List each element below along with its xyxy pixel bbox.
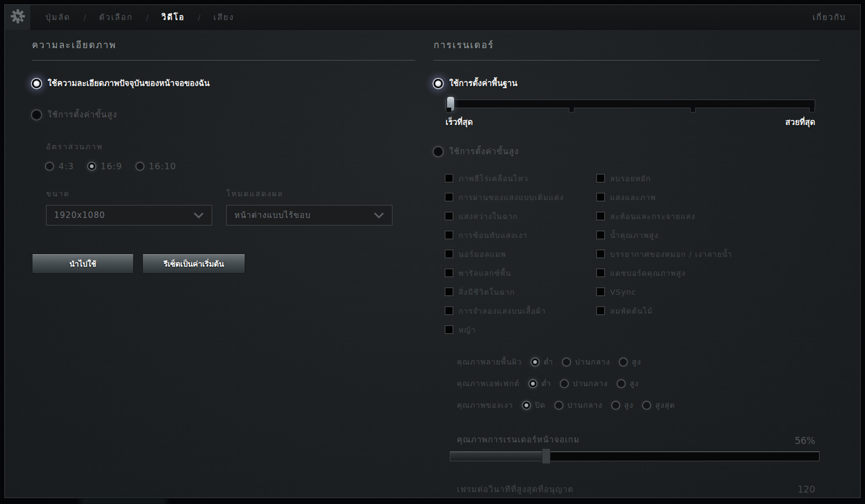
render-quality-slider[interactable] <box>450 452 820 461</box>
radio-unselected-icon[interactable] <box>643 402 650 409</box>
advanced-option-row[interactable]: ลมพัดต้นไม้ <box>596 301 732 320</box>
apply-button[interactable]: นำไปใช้ <box>32 254 134 274</box>
size-dropdown[interactable]: 1920x1080 <box>46 205 212 226</box>
radio-selected-icon[interactable] <box>523 402 530 409</box>
checkbox-unchecked-icon[interactable] <box>444 174 454 183</box>
radio-unselected-icon[interactable] <box>555 402 562 409</box>
advanced-option-row[interactable]: พารัลแลกซ์พื้น <box>444 263 596 282</box>
aspect-option[interactable]: 16:10 <box>136 161 176 171</box>
quality-option[interactable]: ปานกลาง <box>563 356 610 368</box>
quality-option[interactable]: ต่ำ <box>532 356 553 368</box>
advanced-option-row[interactable]: ภาพฮีโร่เคลื่อนไหว <box>444 169 596 188</box>
use-basic-rendering-radio-row[interactable]: ใช้การตั้งค่าพื้นฐาน <box>434 77 820 90</box>
tab-4[interactable]: เสียง <box>213 11 234 24</box>
use-advanced-rendering-radio-row[interactable]: ใช้การตั้งค่าขั้นสูง <box>434 145 820 158</box>
advanced-option-row[interactable]: การซ้อนทับแสงเงา <box>444 226 596 244</box>
radio-unselected-icon[interactable] <box>136 163 143 170</box>
quality-option-label: ปานกลาง <box>573 377 608 389</box>
checkbox-unchecked-icon[interactable] <box>596 174 605 183</box>
checkbox-unchecked-icon[interactable] <box>444 230 454 240</box>
quality-option[interactable]: ต่ำ <box>529 377 551 389</box>
checkbox-unchecked-icon[interactable] <box>596 193 605 202</box>
aspect-option[interactable]: 16:9 <box>88 161 122 171</box>
quality-option[interactable]: ปิด <box>523 399 546 411</box>
advanced-option-row[interactable]: VSync <box>596 282 732 301</box>
render-quality-slider-fill <box>450 452 546 461</box>
max-fps-value: 120 <box>798 484 815 495</box>
checkbox-unchecked-icon[interactable] <box>444 249 454 258</box>
advanced-option-row[interactable]: แสงและภาพ <box>596 188 732 207</box>
checkbox-unchecked-icon[interactable] <box>444 193 454 202</box>
quality-option[interactable]: ปานกลาง <box>561 377 608 389</box>
radio-unselected-icon[interactable] <box>434 147 443 156</box>
display-mode-dropdown[interactable]: หน้าต่างแบบไร้ขอบ <box>226 205 392 226</box>
radio-unselected-icon[interactable] <box>612 402 619 409</box>
reset-defaults-button[interactable]: รีเซ็ตเป็นค่าเริ่มต้น <box>142 254 245 274</box>
checkbox-unchecked-icon[interactable] <box>596 211 605 221</box>
use-advanced-resolution-label: ใช้การตั้งค่าขั้นสูง <box>48 108 117 121</box>
quality-option[interactable]: สูง <box>618 377 639 389</box>
advanced-options-column-1: ภาพฮีโร่เคลื่อนไหวการผ่านของแสงแบบเติมแต… <box>444 169 596 339</box>
quality-option[interactable]: ปานกลาง <box>555 399 602 411</box>
checkbox-unchecked-icon[interactable] <box>596 249 605 258</box>
advanced-option-row[interactable]: แดชบอร์ดคุณภาพสูง <box>596 263 732 282</box>
advanced-option-row[interactable]: นอร์มอลแมพ <box>444 244 596 263</box>
advanced-option-row[interactable]: หญ้า <box>444 320 596 339</box>
quality-row-label: คุณภาพเอฟเฟกต์ <box>457 377 520 389</box>
advanced-option-row[interactable]: การจำลองแสงบนเสื้อผ้า <box>444 301 596 320</box>
radio-unselected-icon[interactable] <box>561 380 568 387</box>
use-current-resolution-radio-row[interactable]: ใช้ความละเอียดภาพปัจจุบันของหน้าจอของฉัน <box>32 77 415 90</box>
radio-unselected-icon[interactable] <box>32 110 41 120</box>
use-advanced-resolution-radio-row[interactable]: ใช้การตั้งค่าขั้นสูง <box>32 108 415 121</box>
aspect-option[interactable]: 4:3 <box>46 161 74 171</box>
advanced-option-row[interactable]: สะท้อนและกระจายแสง <box>596 207 732 226</box>
chevron-down-icon <box>373 210 384 221</box>
quality-option[interactable]: สูง <box>612 399 633 411</box>
checkbox-unchecked-icon[interactable] <box>444 325 454 334</box>
radio-unselected-icon[interactable] <box>46 163 53 170</box>
checkbox-unchecked-icon[interactable] <box>444 211 454 221</box>
advanced-option-row[interactable]: แสงสว่างในฉาก <box>444 207 596 226</box>
top-bar: ปุ่มลัด/ตัวเลือก/วิดีโอ/เสียง เกี่ยวกับ <box>5 5 860 30</box>
radio-selected-icon[interactable] <box>88 163 95 170</box>
resolution-title: ความละเอียดภาพ <box>32 37 415 61</box>
quality-option-label: ปานกลาง <box>567 399 602 411</box>
checkbox-unchecked-icon[interactable] <box>596 230 605 240</box>
advanced-option-row[interactable]: น้ำคุณภาพสูง <box>596 226 732 244</box>
checkbox-unchecked-icon[interactable] <box>444 268 454 277</box>
slider-tick <box>809 108 815 112</box>
radio-selected-icon[interactable] <box>434 79 443 88</box>
advanced-option-label: ลมพัดต้นไม้ <box>610 305 653 317</box>
quality-row: คุณภาพของเงาปิดปานกลางสูงสูงสุด <box>457 394 820 416</box>
checkbox-unchecked-icon[interactable] <box>444 306 454 315</box>
quality-option-label: สูง <box>630 377 639 389</box>
settings-gear-tile[interactable] <box>5 5 30 30</box>
resolution-buttons-row: นำไปใช้ รีเซ็ตเป็นค่าเริ่มต้น <box>32 254 415 274</box>
advanced-option-row[interactable]: ลบรอยหยัก <box>596 169 732 188</box>
advanced-option-row[interactable]: การผ่านของแสงแบบเติมแต่ง <box>444 188 596 207</box>
radio-selected-icon[interactable] <box>529 380 536 387</box>
render-quality-value: 56% <box>795 435 815 446</box>
tab-1[interactable]: ปุ่มลัด <box>45 11 70 24</box>
radio-unselected-icon[interactable] <box>618 380 625 387</box>
aspect-option-label: 4:3 <box>58 161 74 171</box>
checkbox-unchecked-icon[interactable] <box>596 306 605 315</box>
quality-option[interactable]: สูง <box>620 356 641 368</box>
checkbox-unchecked-icon[interactable] <box>596 287 605 296</box>
aspect-ratio-options: 4:316:916:10 <box>46 161 415 171</box>
quality-option[interactable]: สูงสุด <box>643 399 675 411</box>
about-link[interactable]: เกี่ยวกับ <box>812 11 846 24</box>
advanced-option-row[interactable]: สิ่งมีชีวิตในฉาก <box>444 282 596 301</box>
checkbox-unchecked-icon[interactable] <box>444 287 454 296</box>
radio-selected-icon[interactable] <box>532 359 539 366</box>
tab-2[interactable]: ตัวเลือก <box>99 11 133 24</box>
radio-unselected-icon[interactable] <box>620 359 627 366</box>
render-quality-slider-handle[interactable] <box>542 448 551 464</box>
advanced-option-label: VSync <box>610 288 636 296</box>
radio-unselected-icon[interactable] <box>563 359 570 366</box>
advanced-option-row[interactable]: บรรยากาศของหมอก / เงาลายน้ำ <box>596 244 732 263</box>
radio-selected-icon[interactable] <box>32 79 41 88</box>
tab-3[interactable]: วิดีโอ <box>161 11 185 24</box>
checkbox-unchecked-icon[interactable] <box>596 268 605 277</box>
quality-speed-slider[interactable] <box>445 100 815 108</box>
